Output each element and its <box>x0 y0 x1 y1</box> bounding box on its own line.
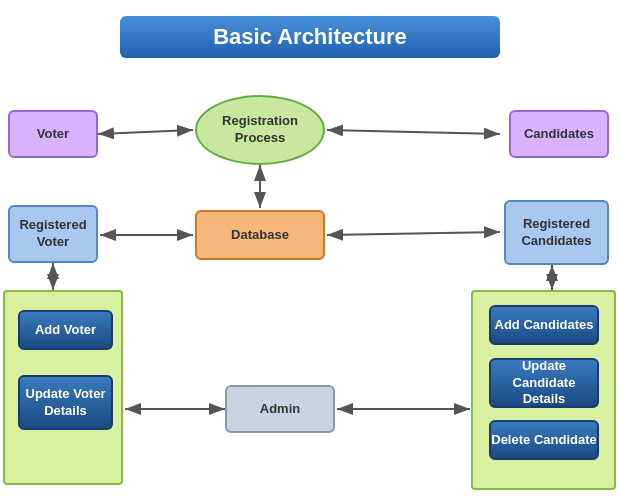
registration-process-box: Registration Process <box>195 95 325 165</box>
svg-line-2 <box>98 130 193 134</box>
database-box: Database <box>195 210 325 260</box>
candidates-box: Candidates <box>509 110 609 158</box>
svg-line-6 <box>327 232 500 235</box>
add-voter-button[interactable]: Add Voter <box>18 310 113 350</box>
admin-box: Admin <box>225 385 335 433</box>
registered-voter-box: Registered Voter <box>8 205 98 263</box>
voter-box: Voter <box>8 110 98 158</box>
svg-line-3 <box>327 130 500 134</box>
update-candidate-details-button[interactable]: Update Candidate Details <box>489 358 599 408</box>
delete-candidate-button[interactable]: Delete Candidate <box>489 420 599 460</box>
registered-candidates-box: Registered Candidates <box>504 200 609 265</box>
update-voter-details-button[interactable]: Update Voter Details <box>18 375 113 430</box>
title: Basic Architecture <box>120 16 500 58</box>
add-candidates-button[interactable]: Add Candidates <box>489 305 599 345</box>
